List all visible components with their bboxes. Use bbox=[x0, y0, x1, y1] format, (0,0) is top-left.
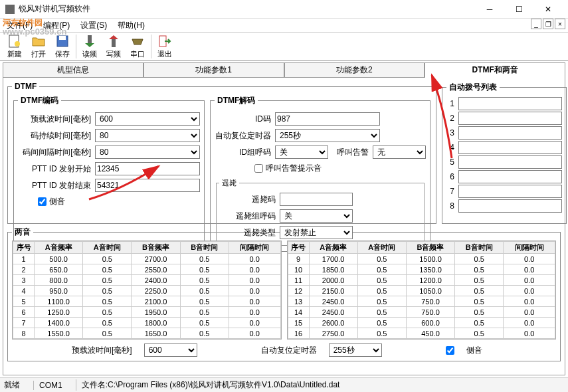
table-row[interactable]: 152600.00.5600.00.50.0 bbox=[288, 318, 555, 328]
serial-button[interactable]: 串口 bbox=[126, 33, 149, 60]
save-button[interactable]: 保存 bbox=[50, 33, 74, 60]
dtmf-group: DTMF DTMF编码 预载波时间[毫秒] 600 码持续时间[毫秒] 80 码… bbox=[7, 82, 436, 224]
autodial-row-num: 8 bbox=[446, 201, 454, 211]
table-row[interactable]: 122150.00.51050.00.50.0 bbox=[288, 286, 555, 296]
table-header: 序号 bbox=[288, 242, 309, 254]
ptt-start-label: PTT ID 发射开始 bbox=[18, 163, 91, 175]
menu-file[interactable]: 文件(F) bbox=[3, 19, 37, 33]
sidetone-label: 侧音 bbox=[49, 196, 65, 207]
ptt-end-label: PTT ID 发射结束 bbox=[18, 180, 91, 191]
interval-select[interactable]: 80 bbox=[95, 146, 200, 159]
table-row[interactable]: 71400.00.51800.00.50.0 bbox=[13, 318, 281, 328]
id-input[interactable] bbox=[275, 112, 380, 126]
ptt-start-input[interactable] bbox=[95, 162, 200, 175]
table-header: A音频率 bbox=[35, 242, 83, 254]
table-cell: 0.0 bbox=[504, 286, 555, 296]
status-com: COM1 bbox=[33, 381, 62, 390]
preload-select[interactable]: 600 bbox=[95, 112, 200, 126]
write-icon bbox=[106, 34, 121, 49]
read-button[interactable]: 读频 bbox=[78, 33, 102, 60]
table-cell: 0.0 bbox=[229, 286, 280, 296]
table-cell: 16 bbox=[288, 328, 309, 339]
write-button[interactable]: 写频 bbox=[102, 33, 126, 60]
tab-dtmf-twotone[interactable]: DTMF和两音 bbox=[425, 62, 565, 78]
menu-settings[interactable]: 设置(S) bbox=[76, 19, 111, 33]
table-cell: 0.5 bbox=[83, 296, 132, 307]
table-cell: 4 bbox=[13, 286, 35, 296]
autodial-input-2[interactable] bbox=[458, 112, 562, 125]
table-header: A音频率 bbox=[309, 242, 357, 254]
autodial-input-6[interactable] bbox=[458, 170, 562, 183]
remote-id-input[interactable] bbox=[280, 193, 353, 206]
exit-icon bbox=[157, 34, 172, 49]
table-cell: 2100.0 bbox=[132, 296, 180, 307]
bottom-reset-select[interactable]: 255秒 bbox=[329, 343, 382, 357]
group-call-select[interactable]: 关 bbox=[275, 146, 328, 159]
tab-content: DTMF DTMF编码 预载波时间[毫秒] 600 码持续时间[毫秒] 80 码… bbox=[3, 78, 565, 375]
svg-rect-4 bbox=[88, 35, 92, 43]
table-cell: 0.5 bbox=[455, 328, 504, 339]
table-row[interactable]: 112000.00.51200.00.50.0 bbox=[288, 275, 555, 286]
bottom-sidetone-checkbox[interactable] bbox=[446, 346, 454, 355]
menu-program[interactable]: 编程(P) bbox=[39, 19, 74, 33]
remote-group-select[interactable]: 关 bbox=[280, 209, 353, 223]
bottom-sidetone-label: 侧音 bbox=[466, 345, 482, 356]
table-row[interactable]: 4950.00.52250.00.50.0 bbox=[13, 286, 281, 296]
table-row[interactable]: 132450.00.5750.00.50.0 bbox=[288, 296, 555, 307]
remote-id-label: 遥毙码 bbox=[219, 194, 276, 205]
menu-help[interactable]: 帮助(H) bbox=[114, 19, 149, 33]
table-row[interactable]: 2650.00.52550.00.50.0 bbox=[13, 264, 281, 275]
mdi-minimize-button[interactable]: _ bbox=[531, 19, 541, 29]
autodial-input-3[interactable] bbox=[458, 126, 562, 140]
alarm-tone-checkbox[interactable] bbox=[254, 164, 263, 173]
table-cell: 1700.0 bbox=[309, 254, 357, 264]
mdi-restore-button[interactable]: ❐ bbox=[543, 19, 553, 29]
alarm-select[interactable]: 无 bbox=[373, 146, 426, 159]
table-row[interactable]: 91700.00.51500.00.50.0 bbox=[288, 254, 555, 264]
ptt-end-input[interactable] bbox=[95, 179, 200, 192]
svg-rect-5 bbox=[112, 39, 116, 47]
remote-type-select[interactable]: 发射禁止 bbox=[280, 226, 353, 239]
new-button[interactable]: 新建 bbox=[3, 33, 27, 60]
table-cell: 1100.0 bbox=[35, 296, 83, 307]
autodial-input-7[interactable] bbox=[458, 185, 562, 198]
table-row[interactable]: 51100.00.52100.00.50.0 bbox=[13, 296, 281, 307]
table-cell: 0.0 bbox=[504, 254, 555, 264]
table-cell: 0.0 bbox=[504, 328, 555, 339]
close-button[interactable]: ✕ bbox=[533, 0, 563, 19]
table-row[interactable]: 3800.00.52400.00.50.0 bbox=[13, 275, 281, 286]
open-button[interactable]: 打开 bbox=[27, 33, 50, 60]
exit-button[interactable]: 退出 bbox=[153, 33, 177, 60]
table-row[interactable]: 61250.00.51950.00.50.0 bbox=[13, 307, 281, 318]
maximize-button[interactable]: ☐ bbox=[504, 0, 533, 19]
autodial-input-8[interactable] bbox=[458, 199, 562, 213]
toolbar: 新建 打开 保存 读频 写频 串口 退出 bbox=[0, 32, 568, 61]
autodial-row-num: 6 bbox=[446, 172, 454, 181]
bottom-preload-select[interactable]: 600 bbox=[144, 343, 197, 357]
mdi-close-button[interactable]: × bbox=[555, 19, 565, 29]
reset-select[interactable]: 255秒 bbox=[275, 129, 380, 142]
table-cell: 0.5 bbox=[357, 286, 406, 296]
tab-func-params2[interactable]: 功能参数2 bbox=[284, 62, 425, 78]
table-row[interactable]: 1500.00.52700.00.50.0 bbox=[13, 254, 281, 264]
table-cell: 0.5 bbox=[455, 264, 504, 275]
table-cell: 650.0 bbox=[35, 264, 83, 275]
tab-model-info[interactable]: 机型信息 bbox=[3, 62, 143, 78]
table-row[interactable]: 162750.00.5450.00.50.0 bbox=[288, 328, 555, 339]
statusbar: 就绪 COM1 文件名:C:\Program Files (x86)\锐风对讲机… bbox=[0, 377, 568, 392]
tab-func-params1[interactable]: 功能参数1 bbox=[143, 62, 284, 78]
autodial-input-1[interactable] bbox=[458, 97, 562, 110]
table-row[interactable]: 101850.00.51350.00.50.0 bbox=[288, 264, 555, 275]
dtmf-legend: DTMF bbox=[12, 82, 39, 91]
table-row[interactable]: 81550.00.51650.00.50.0 bbox=[13, 328, 281, 339]
remote-kill-group: 遥毙 遥毙码 遥毙组呼码 关 遥毙类型 发射禁止 bbox=[216, 178, 425, 246]
table-cell: 0.5 bbox=[180, 286, 229, 296]
table-row[interactable]: 142450.00.5750.00.50.0 bbox=[288, 307, 555, 318]
duration-select[interactable]: 80 bbox=[95, 129, 200, 142]
minimize-button[interactable]: ─ bbox=[475, 0, 504, 19]
sidetone-checkbox[interactable] bbox=[38, 197, 47, 206]
autodial-input-5[interactable] bbox=[458, 155, 562, 169]
table-cell: 2700.0 bbox=[132, 254, 180, 264]
table-header: 间隔时间 bbox=[229, 242, 280, 254]
autodial-input-4[interactable] bbox=[458, 141, 562, 154]
